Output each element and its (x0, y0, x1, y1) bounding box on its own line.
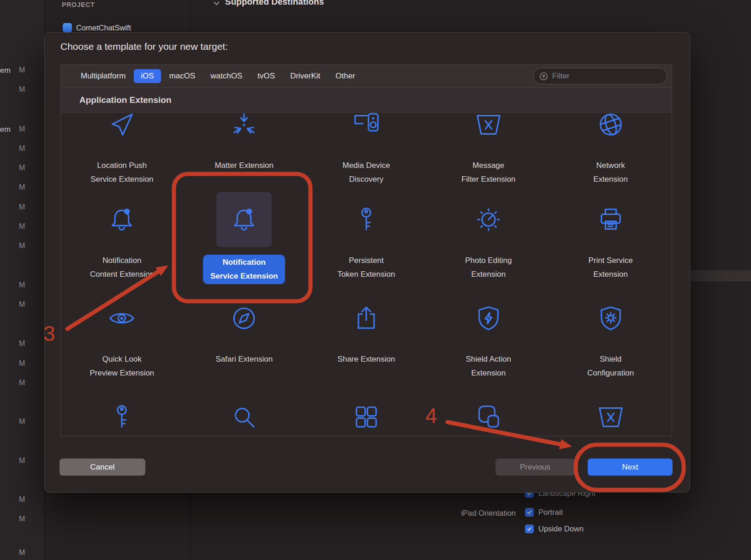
project-name: CometChatSwift (76, 24, 131, 32)
project-row[interactable]: CometChatSwift (63, 23, 131, 32)
chevron-down-icon (213, 0, 220, 7)
modified-badge: M (19, 222, 25, 231)
template-label: Matter Extension (215, 159, 274, 173)
modified-badge: M (19, 85, 25, 94)
check-icon (526, 526, 532, 532)
orientation-row-portrait: Portrait (525, 508, 563, 517)
tab-ios[interactable]: iOS (134, 69, 161, 83)
modified-badge: M (19, 339, 25, 348)
key-icon (339, 192, 394, 247)
project-section-label: PROJECT (62, 1, 95, 8)
template-label: Quick Look Preview Extension (89, 352, 154, 380)
modified-badge: M (19, 495, 25, 504)
screen: PROJECT CometChatSwift Supported Destina… (0, 0, 751, 560)
location-arrow-icon (94, 113, 149, 152)
template-notification-service-extension[interactable]: Notification Service Extension (183, 192, 305, 284)
modified-badge: M (19, 548, 25, 557)
tab-multiplatform[interactable]: Multiplatform (74, 69, 132, 83)
template-label: Message Filter Extension (461, 159, 515, 186)
template-widget-icon[interactable] (427, 389, 549, 436)
key-icon (94, 389, 149, 436)
template-notification-content-extension[interactable]: Notification Content Extension (61, 192, 183, 284)
template-network-extension[interactable]: Network Extension (549, 113, 672, 186)
tab-macos[interactable]: macOS (162, 69, 203, 83)
section-header: Application Extension (79, 95, 172, 105)
compass-icon (216, 291, 272, 346)
previous-button[interactable]: Previous (495, 459, 575, 476)
template-tabs: MultiplatformiOSmacOSwatchOStvOSDriverKi… (74, 69, 364, 83)
template-search-icon[interactable] (183, 389, 305, 436)
bell-badge-icon (216, 192, 272, 247)
modified-badge: M (19, 241, 25, 250)
template-key-icon[interactable] (61, 389, 183, 436)
template-label: Notification Service Extension (203, 255, 285, 284)
template-quick-look-preview-extension[interactable]: Quick Look Preview Extension (61, 291, 183, 380)
modified-badge: M (19, 125, 25, 134)
modified-badge: M (19, 300, 25, 309)
modified-badge: M (19, 378, 25, 387)
matter-icon (216, 113, 272, 152)
orientation-row-upside-down: Upside Down (525, 524, 584, 533)
template-row: Location Push Service ExtensionMatter Ex… (61, 113, 672, 186)
template-label: Print Service Extension (588, 254, 632, 281)
template-label: Shield Configuration (587, 352, 634, 380)
cancel-button[interactable]: Cancel (60, 459, 145, 476)
filter-basket-icon (461, 113, 516, 152)
template-label: Media Device Discovery (342, 159, 390, 186)
template-persistent-token-extension[interactable]: Persistent Token Extension (305, 192, 428, 284)
filename-fragment: em (0, 66, 11, 75)
template-safari-extension[interactable]: Safari Extension (183, 291, 305, 380)
modified-badge: M (19, 203, 25, 212)
template-label: Photo Editing Extension (465, 254, 512, 281)
modified-badge: M (19, 514, 25, 524)
template-grid: Location Push Service ExtensionMatter Ex… (61, 113, 672, 436)
modified-badge: M (19, 163, 25, 173)
template-label: Shield Action Extension (466, 352, 511, 380)
check-icon (526, 509, 532, 515)
widget-icon (461, 389, 516, 436)
tab-other[interactable]: Other (328, 69, 362, 83)
orientation-label: Portrait (538, 508, 563, 517)
navigator-edge-strip (0, 0, 45, 560)
template-grid-icon[interactable] (305, 389, 428, 436)
filter-input[interactable] (552, 71, 661, 81)
template-shield-configuration[interactable]: Shield Configuration (549, 291, 672, 380)
tab-driverkit[interactable]: DriverKit (283, 69, 327, 83)
template-label: Location Push Service Extension (90, 159, 153, 186)
template-message-filter-extension[interactable]: Message Filter Extension (427, 113, 549, 186)
template-share-extension[interactable]: Share Extension (305, 291, 428, 380)
shield-gear-icon (583, 291, 638, 346)
section-header-bar: Application Extension (61, 88, 672, 113)
filter-basket-icon (583, 389, 638, 436)
template-row: Quick Look Preview ExtensionSafari Exten… (61, 291, 672, 380)
template-print-service-extension[interactable]: Print Service Extension (549, 192, 672, 284)
modified-badge: M (19, 280, 25, 290)
eye-icon (94, 291, 149, 346)
modified-badge: M (19, 66, 25, 75)
template-label: Notification Content Extension (90, 254, 154, 281)
filter-field[interactable] (533, 68, 667, 84)
tab-tvos[interactable]: tvOS (250, 69, 282, 83)
checkbox-upside-down[interactable] (525, 524, 534, 533)
template-row (61, 389, 672, 436)
printer-icon (583, 192, 638, 247)
dialog-title: Choose a template for your new target: (60, 41, 228, 52)
filename-fragment: em (0, 125, 11, 134)
template-location-push-service-extension[interactable]: Location Push Service Extension (61, 113, 183, 186)
bell-badge-icon (94, 192, 149, 247)
grid-icon (339, 389, 394, 436)
background-selected-row (691, 270, 751, 281)
tab-watchos[interactable]: watchOS (203, 69, 249, 83)
template-filter-basket-icon[interactable] (549, 389, 672, 436)
next-button[interactable]: Next (588, 459, 673, 476)
template-matter-extension[interactable]: Matter Extension (183, 113, 305, 186)
template-media-device-discovery[interactable]: Media Device Discovery (305, 113, 428, 186)
template-row: Notification Content ExtensionNotificati… (61, 192, 672, 284)
checkbox-portrait[interactable] (525, 508, 534, 517)
app-icon (63, 23, 72, 32)
template-photo-editing-extension[interactable]: Photo Editing Extension (427, 192, 549, 284)
share-icon (339, 291, 394, 346)
supported-destinations-header[interactable]: Supported Destinations (213, 0, 324, 7)
template-shield-action-extension[interactable]: Shield Action Extension (427, 291, 549, 380)
ipad-orientation-label: iPad Orientation (397, 509, 516, 518)
